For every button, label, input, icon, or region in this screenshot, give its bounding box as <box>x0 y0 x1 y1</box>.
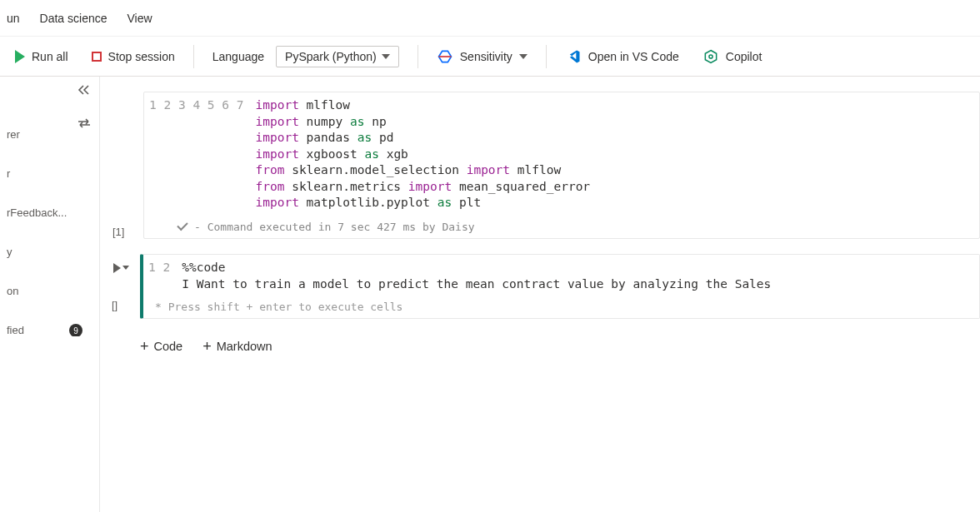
play-icon <box>113 263 121 273</box>
sidebar: rer r rFeedback... y on fied 9 <box>0 77 100 512</box>
plus-icon: + <box>202 339 212 354</box>
code-editor[interactable]: 1 2 3 4 5 6 7 import mlflow import numpy… <box>144 92 979 216</box>
open-vscode-label: Open in VS Code <box>588 50 679 63</box>
execution-count: [1] <box>112 226 124 238</box>
swap-button[interactable] <box>78 118 91 131</box>
language-group: Language PySpark (Python) <box>204 41 408 72</box>
copilot-icon <box>702 48 719 65</box>
sidebar-item[interactable]: fied 9 <box>7 324 92 336</box>
chevron-double-left-icon <box>78 85 91 95</box>
status-text: - Command executed in 7 sec 427 ms by Da… <box>194 221 475 233</box>
add-markdown-button[interactable]: + Markdown <box>202 339 272 354</box>
add-code-label: Code <box>154 340 183 353</box>
language-label: Language <box>212 50 264 63</box>
execution-count: [] <box>112 299 118 311</box>
run-cell-button[interactable] <box>113 263 129 273</box>
stop-session-button[interactable]: Stop session <box>83 45 183 68</box>
code-text[interactable]: %%code I Want to train a model to predic… <box>182 260 971 292</box>
sensitivity-icon <box>437 48 453 65</box>
separator <box>546 45 547 68</box>
chevron-down-icon <box>519 54 528 59</box>
separator <box>418 45 418 68</box>
cell-status: - Command executed in 7 sec 427 ms by Da… <box>144 216 979 238</box>
sidebar-item[interactable]: y <box>7 246 92 258</box>
stop-icon <box>92 52 102 62</box>
collapse-sidebar-button[interactable] <box>78 85 91 97</box>
copilot-label: Copilot <box>726 50 762 63</box>
sensitivity-label: Sensitivity <box>460 50 512 63</box>
play-icon <box>15 50 25 63</box>
menu-item-data-science[interactable]: Data science <box>40 12 108 25</box>
svg-point-0 <box>709 54 712 57</box>
line-numbers: 1 2 <box>148 260 182 292</box>
badge-count: 9 <box>69 324 82 336</box>
run-all-button[interactable]: Run all <box>7 45 77 68</box>
sensitivity-button[interactable]: Sensitivity <box>428 43 536 70</box>
stop-session-label: Stop session <box>108 50 175 63</box>
copilot-button[interactable]: Copilot <box>694 43 771 70</box>
plus-icon: + <box>140 339 149 354</box>
toolbar: Run all Stop session Language PySpark (P… <box>0 37 980 77</box>
add-cell-row: + Code + Markdown <box>100 334 980 354</box>
code-cell[interactable]: 1 2 3 4 5 6 7 import mlflow import numpy… <box>143 92 980 239</box>
checkmark-icon <box>177 220 188 231</box>
swap-icon <box>78 118 91 128</box>
top-menu-bar: un Data science View <box>0 0 980 37</box>
cell-hint: * Press shift + enter to execute cells <box>143 297 979 318</box>
menu-item-run[interactable]: un <box>7 12 20 25</box>
line-numbers: 1 2 3 4 5 6 7 <box>149 97 256 211</box>
chevron-down-icon <box>382 54 390 59</box>
language-value: PySpark (Python) <box>285 50 377 63</box>
sidebar-item[interactable]: rFeedback... <box>7 206 92 219</box>
menu-item-view[interactable]: View <box>128 12 152 25</box>
code-text[interactable]: import mlflow import numpy as np import … <box>256 97 972 211</box>
sidebar-list: rer r rFeedback... y on fied 9 <box>7 128 92 336</box>
code-cell-active[interactable]: 1 2 %%code I Want to train a model to pr… <box>140 254 980 319</box>
chevron-down-icon <box>122 266 129 270</box>
language-select[interactable]: PySpark (Python) <box>276 46 399 67</box>
notebook-content: 1 2 3 4 5 6 7 import mlflow import numpy… <box>100 77 980 512</box>
vscode-icon <box>565 48 582 65</box>
run-all-label: Run all <box>32 50 68 63</box>
sidebar-item[interactable]: on <box>7 285 92 297</box>
add-code-button[interactable]: + Code <box>140 339 182 354</box>
sidebar-item[interactable]: r <box>7 167 92 180</box>
open-vscode-button[interactable]: Open in VS Code <box>557 43 688 70</box>
code-editor[interactable]: 1 2 %%code I Want to train a model to pr… <box>143 255 979 297</box>
separator <box>193 45 194 68</box>
main-area: rer r rFeedback... y on fied 9 1 2 3 4 5… <box>0 77 980 512</box>
add-markdown-label: Markdown <box>217 340 272 353</box>
